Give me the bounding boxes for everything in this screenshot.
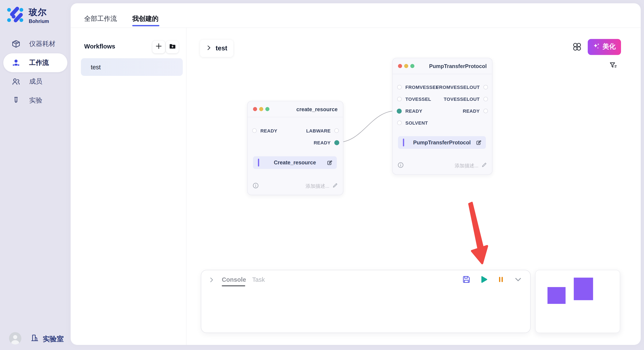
beautify-label: 美化	[602, 43, 616, 51]
canvas-breadcrumb[interactable]: test	[200, 40, 233, 57]
description-placeholder: 添加描述...	[455, 162, 478, 169]
port-label: LABWARE	[306, 128, 331, 134]
command-clover-icon	[572, 45, 582, 52]
funnel-filter-icon	[609, 64, 618, 71]
node-function-pill[interactable]: Create_resource	[253, 156, 337, 169]
port-label: READY	[463, 108, 480, 114]
building-icon	[30, 334, 39, 344]
minimap-node-pump-transfer	[574, 278, 593, 300]
node-footer: 添加描述...	[252, 183, 338, 189]
pause-icon[interactable]	[496, 275, 506, 284]
node-create-resource[interactable]: create_resource READY LABWARE READY Crea…	[247, 101, 343, 195]
description-placeholder: 添加描述...	[306, 183, 330, 190]
sidebar-item-label: 仪器耗材	[29, 39, 55, 48]
edit-icon[interactable]	[475, 140, 482, 146]
info-icon[interactable]	[398, 162, 404, 170]
tab-my-created[interactable]: 我创建的	[132, 15, 158, 23]
node-pump-transfer-protocol[interactable]: PumpTransferProtocol FROMVESSEL TOVESSEL…	[392, 58, 492, 175]
node-title: create_resource	[296, 106, 338, 112]
node-function-pill[interactable]: PumpTransferProtocol	[398, 136, 486, 149]
pencil-icon	[481, 162, 487, 170]
port-label: READY	[314, 140, 331, 146]
workflows-title: Workflows	[84, 43, 115, 50]
tab-task[interactable]: Task	[252, 276, 265, 284]
apps-grid-button[interactable]	[572, 42, 582, 51]
lab-label: 实验室	[43, 334, 64, 344]
node-title: PumpTransferProtocol	[429, 63, 486, 69]
bohrium-logo-icon	[6, 5, 25, 25]
active-tab-underline	[132, 25, 159, 26]
pencil-icon	[332, 182, 338, 190]
brand[interactable]: 玻尔 Bohrium	[6, 5, 49, 25]
output-port-tovesselout[interactable]	[484, 97, 488, 101]
node-header: PumpTransferProtocol	[393, 58, 492, 74]
sidebar-item-label: 成员	[29, 77, 42, 86]
sidebar-item-experiments[interactable]: 实验	[3, 91, 67, 110]
sidebar: 玻尔 Bohrium 仪器耗材	[0, 0, 71, 350]
console-collapse-chevron-icon[interactable]	[208, 276, 216, 285]
output-port-labware[interactable]	[334, 128, 339, 133]
avatar[interactable]	[9, 332, 21, 345]
traffic-lights[interactable]	[398, 64, 414, 68]
test-tube-icon	[12, 96, 20, 105]
run-play-icon[interactable]	[479, 275, 488, 284]
edit-icon[interactable]	[326, 160, 333, 166]
traffic-light-yellow[interactable]	[404, 64, 408, 68]
port-label: READY	[405, 108, 422, 114]
output-port-ready[interactable]	[484, 109, 488, 113]
import-folder-button[interactable]	[166, 41, 179, 53]
input-port-fromvessel[interactable]	[397, 85, 402, 89]
filter-button[interactable]	[609, 61, 618, 69]
sidebar-item-label: 工作流	[29, 58, 49, 67]
sidebar-item-workflow[interactable]: 工作流	[3, 53, 67, 72]
breadcrumb-label: test	[216, 45, 227, 52]
traffic-lights[interactable]	[253, 107, 270, 111]
minimap[interactable]	[535, 270, 620, 333]
tab-all-workflows[interactable]: 全部工作流	[84, 15, 117, 23]
workflow-list-item[interactable]: test	[81, 58, 183, 76]
traffic-light-yellow[interactable]	[259, 107, 263, 111]
sidebar-menu: 仪器耗材 工作流	[0, 34, 71, 110]
tabstrip-divider	[71, 27, 641, 28]
brand-name-en: Bohrium	[29, 18, 49, 24]
minimap-node-create-resource	[548, 287, 566, 304]
port-label: FROMVESSELOUT	[436, 84, 480, 90]
chevron-right-icon	[205, 44, 212, 52]
workflow-item-name: test	[91, 64, 101, 71]
input-port-solvent[interactable]	[397, 121, 402, 125]
team-icon	[12, 58, 20, 67]
beautify-button[interactable]: 美化	[588, 39, 621, 55]
console-tab-underline	[222, 285, 245, 286]
pill-label: PumpTransferProtocol	[413, 140, 471, 146]
sidebar-item-members[interactable]: 成员	[3, 72, 67, 91]
info-icon[interactable]	[252, 182, 259, 190]
output-port-fromvesselout[interactable]	[484, 85, 488, 89]
tab-console[interactable]: Console	[222, 276, 246, 284]
input-port-tovessel[interactable]	[397, 97, 402, 101]
sidebar-item-label: 实验	[29, 96, 42, 105]
node-footer: 添加描述...	[398, 163, 487, 169]
node-header: create_resource	[248, 101, 343, 117]
input-port-ready[interactable]	[397, 109, 402, 114]
lab-switcher[interactable]: 实验室	[30, 334, 64, 344]
output-port-ready[interactable]	[334, 140, 339, 145]
traffic-light-green[interactable]	[265, 107, 270, 111]
sidebar-item-instruments[interactable]: 仪器耗材	[3, 34, 67, 53]
folder-download-icon	[169, 42, 176, 51]
sparkles-icon	[593, 43, 600, 51]
add-workflow-button[interactable]	[152, 41, 165, 53]
traffic-light-red[interactable]	[398, 64, 402, 68]
brand-name-cn: 玻尔	[29, 6, 49, 18]
save-icon[interactable]	[462, 275, 471, 284]
traffic-light-red[interactable]	[253, 107, 257, 111]
port-label: FROMVESSEL	[405, 84, 439, 90]
port-label: READY	[260, 128, 278, 134]
add-description-field[interactable]: 添加描述...	[455, 162, 487, 170]
plus-icon	[155, 43, 162, 51]
chevron-down-icon[interactable]	[514, 275, 523, 284]
pill-label: Create_resource	[274, 160, 316, 166]
input-port-ready[interactable]	[252, 128, 256, 133]
traffic-light-green[interactable]	[410, 64, 414, 68]
app-root: 玻尔 Bohrium 仪器耗材	[0, 0, 644, 350]
add-description-field[interactable]: 添加描述...	[306, 182, 338, 190]
